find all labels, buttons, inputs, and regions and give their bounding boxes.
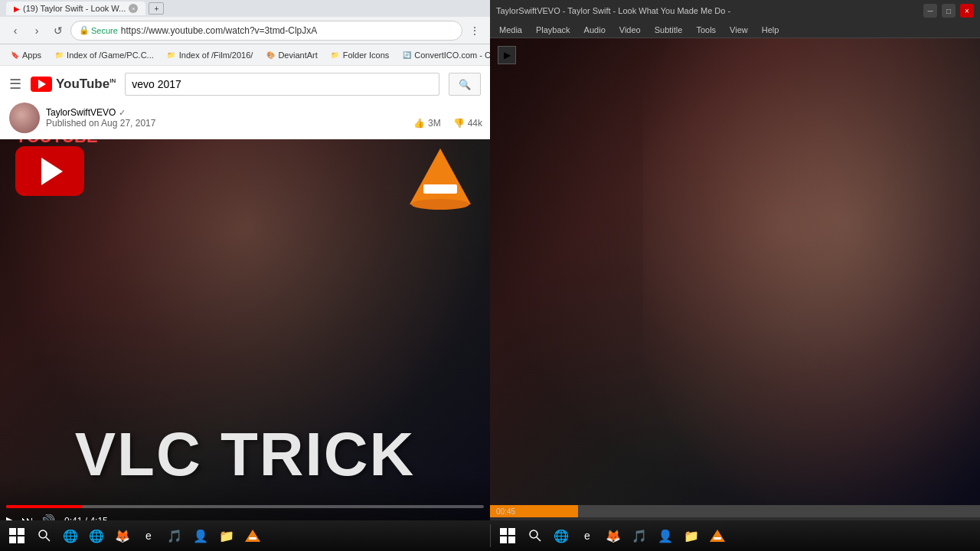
- svg-rect-6: [18, 536, 24, 543]
- youtube-search-button[interactable]: 🔍: [449, 73, 481, 96]
- windows-logo-icon: [9, 528, 24, 543]
- taskbar-ie2[interactable]: e: [136, 523, 161, 548]
- browser-tab[interactable]: ▶ (19) Taylor Swift - Look W... ×: [6, 2, 145, 15]
- svg-point-7: [39, 530, 47, 538]
- vlc-minimize-button[interactable]: ─: [923, 4, 937, 18]
- taskbar-vlc-taskbar[interactable]: [240, 523, 265, 548]
- vlc-icon-right: [710, 528, 725, 543]
- convertico-icon: 🔄: [401, 50, 412, 60]
- youtube-header: ☰ YouTubeIN 🔍: [0, 66, 490, 103]
- svg-rect-10: [249, 537, 256, 540]
- taskbar-r-search[interactable]: [523, 523, 547, 548]
- taskbar-music[interactable]: 🎵: [162, 523, 187, 548]
- vlc-progress-bar[interactable]: 00:45: [490, 505, 980, 517]
- svg-rect-12: [508, 528, 515, 535]
- taskbar-left: 🌐 🌐 🦊 e 🎵 👤 📁: [0, 522, 490, 549]
- youtube-logo[interactable]: YouTubeIN: [31, 77, 116, 92]
- vlc-menubar: Media Playback Audio Video Subtitle Tool…: [490, 21, 980, 38]
- thumbs-up-icon: 👍: [413, 118, 425, 129]
- hamburger-menu[interactable]: ☰: [9, 76, 21, 93]
- taskbar-r-folder[interactable]: 📁: [679, 523, 704, 548]
- tab-title: (19) Taylor Swift - Look W...: [23, 4, 126, 13]
- vlc-titlebar: TaylorSwiftVEVO - Taylor Swift - Look Wh…: [490, 0, 980, 21]
- youtube-progress-fill: [6, 505, 83, 508]
- video-actions: 👍 3M 👎 44k: [413, 118, 482, 129]
- vlc-menu-media[interactable]: Media: [493, 24, 528, 36]
- vlc-menu-subtitle[interactable]: Subtitle: [648, 24, 689, 36]
- apps-icon: 🔖: [9, 50, 20, 60]
- back-button[interactable]: ‹: [6, 21, 24, 40]
- menu-button[interactable]: ⋮: [466, 21, 484, 40]
- taskbar-r-ie[interactable]: 🌐: [549, 523, 573, 548]
- forward-button[interactable]: ›: [28, 21, 46, 40]
- taskbar-user[interactable]: 👤: [188, 523, 213, 548]
- thumbs-down-icon: 👎: [453, 118, 465, 129]
- svg-rect-13: [500, 536, 507, 543]
- taskbar-search[interactable]: [32, 523, 57, 548]
- taskbar-r-ie2[interactable]: e: [575, 523, 599, 548]
- svg-point-15: [530, 530, 537, 538]
- vlc-taskbar-icon: [245, 528, 260, 543]
- vlc-maximize-button[interactable]: □: [942, 4, 956, 18]
- browser-window: ▶ (19) Taylor Swift - Look W... × + ‹ › …: [0, 0, 490, 551]
- taskbar-firefox[interactable]: 🦊: [110, 523, 135, 548]
- taskbar-ie[interactable]: 🌐: [84, 523, 109, 548]
- vlc-menu-playback[interactable]: Playback: [530, 24, 577, 36]
- vlc-icon-small: ▶: [504, 50, 511, 60]
- youtube-progress-bar[interactable]: [6, 505, 484, 508]
- svg-line-8: [46, 537, 50, 541]
- vlc-menu-audio[interactable]: Audio: [578, 24, 612, 36]
- bookmark-film-index[interactable]: 📁 Index of /Film/2016/: [163, 48, 256, 62]
- svg-rect-14: [508, 536, 515, 543]
- browser-toolbar: ‹ › ↺ 🔒 Secure https://www.youtube.com/w…: [0, 17, 490, 44]
- vlc-face-right: [643, 38, 980, 505]
- video-channel-row: TaylorSwiftVEVO ✓ Published on Aug 27, 2…: [9, 103, 481, 133]
- new-tab-button[interactable]: +: [149, 2, 164, 15]
- channel-avatar: [9, 103, 40, 133]
- search-icon-right: [529, 530, 541, 542]
- windows-start-button-2[interactable]: [494, 522, 521, 549]
- taskbar-folder[interactable]: 📁: [214, 523, 239, 548]
- taskbar: 🌐 🌐 🦊 e 🎵 👤 📁: [0, 520, 980, 551]
- bookmark-deviantart[interactable]: 🎨 DeviantArt: [262, 48, 320, 62]
- vlc-menu-tools[interactable]: Tools: [690, 24, 722, 36]
- youtube-wordmark: YouTubeIN: [56, 77, 116, 92]
- vlc-menu-help[interactable]: Help: [756, 24, 786, 36]
- taskbar-chrome[interactable]: 🌐: [58, 523, 83, 548]
- vlc-title-text: TaylorSwiftVEVO - Taylor Swift - Look Wh…: [496, 6, 730, 15]
- taskbar-r-vlc[interactable]: [705, 523, 730, 548]
- bookmarks-bar: 🔖 Apps 📁 Index of /Game/PC.C... 📁 Index …: [0, 44, 490, 66]
- youtube-play-mark: [38, 80, 46, 89]
- taskbar-right: 🌐 e 🦊 🎵 👤 📁: [491, 522, 980, 549]
- youtube-search-input[interactable]: [125, 73, 439, 96]
- refresh-button[interactable]: ↺: [49, 21, 67, 40]
- taskbar-r-firefox[interactable]: 🦊: [601, 523, 626, 548]
- address-bar[interactable]: 🔒 Secure https://www.youtube.com/watch?v…: [70, 21, 462, 41]
- secure-badge: 🔒 Secure: [79, 25, 118, 35]
- channel-name: TaylorSwiftVEVO ✓: [46, 107, 155, 118]
- dislike-button[interactable]: 👎 44k: [453, 118, 482, 129]
- deviantart-icon: 🎨: [265, 50, 276, 60]
- vlc-window-controls: ─ □ ×: [923, 4, 974, 18]
- svg-rect-11: [500, 528, 507, 535]
- youtube-page: ☰ YouTubeIN 🔍 PLAY YOUTUBE VIDEOS ON VLC…: [0, 66, 490, 551]
- bookmark-folder-icons[interactable]: 📁 Folder Icons: [327, 48, 393, 62]
- vlc-menu-video[interactable]: Video: [613, 24, 647, 36]
- bookmark-apps[interactable]: 🔖 Apps: [6, 48, 44, 62]
- folder-icons-favicon: 📁: [330, 50, 341, 60]
- vlc-close-button[interactable]: ×: [960, 4, 974, 18]
- taskbar-r-user[interactable]: 👤: [653, 523, 678, 548]
- svg-rect-4: [18, 528, 24, 535]
- vlc-menu-view[interactable]: View: [724, 24, 754, 36]
- vlc-time-display: 00:45: [496, 505, 515, 517]
- bookmark-game-index[interactable]: 📁 Index of /Game/PC.C...: [51, 48, 157, 62]
- svg-marker-17: [710, 530, 725, 542]
- tab-close-button[interactable]: ×: [129, 4, 138, 13]
- like-button[interactable]: 👍 3M: [413, 118, 441, 129]
- svg-rect-3: [9, 528, 16, 535]
- windows-start-button[interactable]: [3, 522, 31, 549]
- channel-info: TaylorSwiftVEVO ✓ Published on Aug 27, 2…: [46, 107, 155, 129]
- published-date: Published on Aug 27, 2017: [46, 118, 155, 129]
- bookmark-convertico[interactable]: 🔄 ConvertICO.com - C...: [398, 48, 501, 62]
- taskbar-r-music[interactable]: 🎵: [627, 523, 652, 548]
